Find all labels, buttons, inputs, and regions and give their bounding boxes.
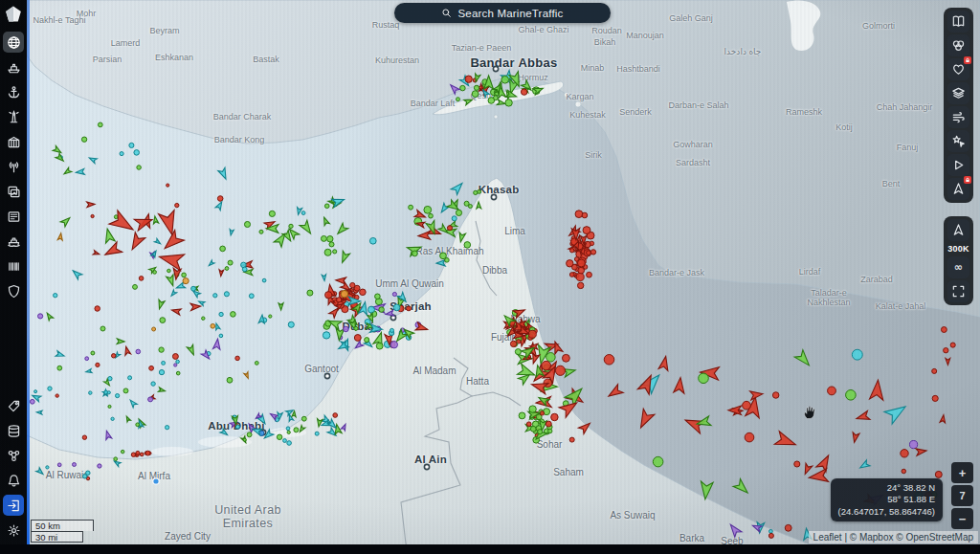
- vessel-marker[interactable]: [176, 360, 180, 364]
- vessel-marker[interactable]: [224, 292, 229, 297]
- vessel-marker[interactable]: [497, 100, 505, 106]
- vessel-marker[interactable]: [298, 426, 305, 433]
- vessel-marker[interactable]: [316, 419, 323, 428]
- vessel-marker[interactable]: [546, 353, 556, 363]
- vessel-marker[interactable]: [53, 145, 62, 155]
- vessel-marker[interactable]: [269, 211, 275, 216]
- vessel-marker[interactable]: [149, 366, 154, 370]
- vessel-marker[interactable]: [477, 202, 481, 209]
- vessel-marker[interactable]: [109, 211, 137, 236]
- vessel-marker[interactable]: [98, 464, 101, 468]
- vessel-marker[interactable]: [424, 206, 432, 213]
- vessel-marker[interactable]: [108, 377, 112, 381]
- vessel-marker[interactable]: [242, 267, 247, 272]
- vessel-marker[interactable]: [457, 98, 460, 101]
- database-icon[interactable]: [3, 420, 24, 441]
- vessel-marker[interactable]: [794, 350, 813, 369]
- vessel-marker[interactable]: [412, 251, 418, 256]
- favorites-heart-icon[interactable]: [947, 58, 969, 80]
- vessel-marker[interactable]: [255, 362, 258, 366]
- vessel-marker[interactable]: [785, 524, 791, 531]
- vessel-marker[interactable]: [172, 354, 178, 360]
- vessel-marker[interactable]: [526, 422, 531, 427]
- vessel-marker[interactable]: [243, 438, 246, 441]
- vessel-marker[interactable]: [365, 338, 369, 343]
- vessel-marker[interactable]: [87, 202, 95, 208]
- vessel-marker[interactable]: [157, 249, 184, 271]
- shield-icon[interactable]: [3, 280, 24, 301]
- vessel-marker[interactable]: [191, 286, 196, 291]
- vessel-marker[interactable]: [38, 314, 43, 319]
- vessel-marker[interactable]: [802, 463, 813, 476]
- vessel-marker[interactable]: [112, 354, 116, 358]
- vessel-marker[interactable]: [133, 284, 138, 289]
- vessel-marker[interactable]: [187, 344, 196, 356]
- vessel-marker[interactable]: [159, 211, 180, 237]
- vessel-marker[interactable]: [321, 235, 326, 241]
- vessel-marker[interactable]: [745, 432, 754, 442]
- vessel-marker[interactable]: [465, 76, 472, 82]
- vessel-marker[interactable]: [870, 379, 885, 400]
- playback-play-icon[interactable]: [947, 154, 969, 176]
- vessel-marker[interactable]: [700, 481, 714, 499]
- vessel-marker[interactable]: [117, 339, 124, 344]
- vessel-marker[interactable]: [418, 232, 431, 240]
- vessel-marker[interactable]: [34, 390, 37, 393]
- vessel-marker[interactable]: [322, 216, 329, 226]
- vessel-marker[interactable]: [333, 250, 337, 254]
- vessel-marker[interactable]: [169, 290, 176, 297]
- vessel-marker[interactable]: [307, 290, 313, 296]
- vessel-marker[interactable]: [510, 341, 516, 346]
- vessel-marker[interactable]: [219, 334, 223, 338]
- vessel-marker[interactable]: [808, 469, 828, 484]
- vessel-marker[interactable]: [148, 397, 153, 402]
- vessel-marker[interactable]: [249, 294, 254, 299]
- vessel-marker[interactable]: [167, 184, 169, 187]
- vessel-marker[interactable]: [604, 355, 614, 366]
- vessel-marker[interactable]: [354, 335, 361, 342]
- vessel-marker[interactable]: [301, 211, 305, 215]
- vessel-marker[interactable]: [46, 466, 49, 469]
- vessel-marker[interactable]: [220, 246, 226, 252]
- vessel-marker[interactable]: [464, 242, 471, 249]
- vessel-marker[interactable]: [88, 156, 97, 164]
- vessel-marker[interactable]: [93, 251, 100, 256]
- vessel-marker[interactable]: [287, 441, 292, 446]
- vessel-marker[interactable]: [76, 168, 84, 175]
- vessel-marker[interactable]: [674, 377, 686, 393]
- vessel-marker[interactable]: [902, 469, 906, 474]
- vessel-marker[interactable]: [159, 347, 164, 352]
- ais-antenna-icon[interactable]: [3, 156, 24, 177]
- vessel-marker[interactable]: [56, 351, 65, 359]
- vessel-marker[interactable]: [546, 421, 551, 427]
- vessel-marker[interactable]: [769, 529, 773, 533]
- vessel-marker[interactable]: [768, 533, 773, 538]
- marinetraffic-logo[interactable]: [4, 5, 23, 24]
- vessel-marker[interactable]: [287, 431, 290, 433]
- vessel-marker[interactable]: [474, 190, 478, 194]
- vessel-marker[interactable]: [131, 453, 135, 456]
- vessel-marker[interactable]: [171, 307, 181, 315]
- vessel-marker[interactable]: [451, 180, 465, 194]
- barcode-icon[interactable]: [3, 255, 24, 277]
- vessel-marker[interactable]: [289, 224, 293, 228]
- vessel-marker[interactable]: [932, 395, 938, 401]
- vessel-marker[interactable]: [129, 143, 134, 147]
- vessel-marker[interactable]: [940, 414, 947, 423]
- vessel-marker[interactable]: [244, 221, 250, 227]
- vessel-marker[interactable]: [369, 237, 376, 244]
- vessel-marker[interactable]: [154, 238, 162, 245]
- vessel-marker[interactable]: [227, 377, 233, 383]
- infinity-icon[interactable]: ∞: [947, 256, 969, 278]
- vessel-marker[interactable]: [86, 471, 91, 476]
- vessel-marker[interactable]: [96, 363, 100, 366]
- vessel-marker[interactable]: [743, 401, 751, 410]
- vessel-marker[interactable]: [283, 439, 287, 443]
- vessel-marker[interactable]: [390, 328, 393, 332]
- vessel-marker[interactable]: [750, 389, 764, 400]
- vessel-marker[interactable]: [162, 361, 166, 365]
- vessel-marker[interactable]: [247, 432, 252, 437]
- vessel-marker[interactable]: [448, 82, 459, 94]
- vessel-marker[interactable]: [325, 292, 332, 299]
- vessel-marker[interactable]: [772, 392, 779, 399]
